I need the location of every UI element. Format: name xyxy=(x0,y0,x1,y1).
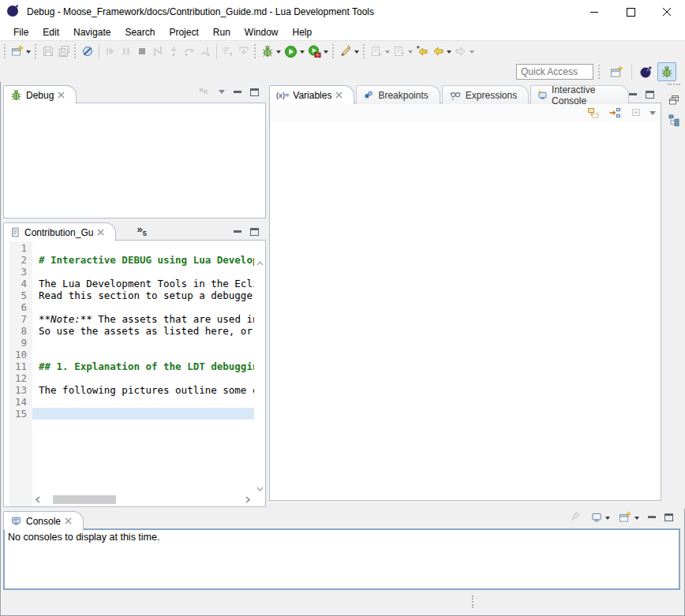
open-perspective-button[interactable] xyxy=(607,62,627,81)
editor-content[interactable]: 12# Interactive DEBUG using Lua Developm… xyxy=(3,240,266,507)
outline-icon xyxy=(668,114,681,127)
tab-breakpoints[interactable]: Breakpoints xyxy=(356,85,440,104)
scroll-left-icon[interactable] xyxy=(32,496,43,503)
toolbar-drag-handle[interactable] xyxy=(35,44,38,58)
tab-console[interactable]: Console xyxy=(3,511,84,530)
tab-close-icon[interactable] xyxy=(65,517,72,525)
editor-line[interactable]: 6 xyxy=(4,301,254,313)
menu-project[interactable]: Project xyxy=(162,25,205,39)
window-maximize-button[interactable] xyxy=(612,0,649,24)
hidden-editors-chevron[interactable]: »5 xyxy=(137,223,146,237)
editor-line[interactable]: 14 xyxy=(4,396,254,408)
editor-line[interactable]: 15 xyxy=(4,408,254,420)
debug-perspective-button[interactable] xyxy=(657,62,676,81)
menu-edit[interactable]: Edit xyxy=(36,25,66,39)
console-view: Console No consoles to disp xyxy=(3,510,680,590)
menu-help[interactable]: Help xyxy=(286,25,320,39)
editor-line[interactable]: 2# Interactive DEBUG using Lua Developme xyxy=(4,254,254,266)
run-button[interactable] xyxy=(283,43,306,61)
toolbar-drag-handle[interactable] xyxy=(74,44,77,58)
editor-line[interactable]: 4The Lua Development Tools in the Eclips xyxy=(4,278,254,289)
menu-file[interactable]: File xyxy=(6,25,36,39)
show-logical-structures-button[interactable] xyxy=(586,105,601,121)
toolbar-drag-handle[interactable] xyxy=(254,44,257,58)
editor-vertical-scrollbar[interactable] xyxy=(254,259,265,493)
scroll-right-icon[interactable] xyxy=(242,496,253,503)
toolbar-drag-handle[interactable] xyxy=(598,65,601,79)
minimize-view-icon[interactable] xyxy=(234,230,241,233)
line-text xyxy=(32,396,254,408)
new-wizard-dropdown-icon[interactable] xyxy=(26,50,31,54)
menu-run[interactable]: Run xyxy=(206,25,238,39)
tab-close-icon[interactable] xyxy=(97,229,104,236)
tab-editor-contribution-guide[interactable]: Contribution_Gu xyxy=(3,222,116,241)
tab-close-icon[interactable] xyxy=(58,91,65,99)
editor-line[interactable]: 13The following pictures outline some of xyxy=(4,384,254,396)
toolbar-drag-handle[interactable] xyxy=(4,44,7,58)
toolbar-drag-handle[interactable] xyxy=(332,44,335,58)
editor-line[interactable]: 12 xyxy=(4,372,254,384)
window-title: Debug - Moose_Framework/docs/Contributio… xyxy=(27,6,374,17)
minimize-view-icon[interactable] xyxy=(629,93,637,96)
lua-perspective-button[interactable] xyxy=(636,62,656,81)
display-selected-console-button[interactable] xyxy=(590,512,610,524)
tab-close-icon[interactable] xyxy=(335,91,342,99)
strip-drag-handle[interactable] xyxy=(668,84,680,87)
debug-view-content[interactable] xyxy=(3,103,266,218)
menu-window[interactable]: Window xyxy=(238,25,286,39)
menu-search[interactable]: Search xyxy=(118,25,162,39)
scroll-down-icon[interactable] xyxy=(256,487,264,491)
toolbar-drag-handle[interactable] xyxy=(363,44,366,58)
window-close-button[interactable] xyxy=(649,0,685,24)
editor-line[interactable]: 5Read this section to setup a debugger f xyxy=(4,289,254,301)
line-number: 8 xyxy=(4,325,32,337)
editor-lines[interactable]: 12# Interactive DEBUG using Lua Developm… xyxy=(4,242,254,494)
tab-debug[interactable]: Debug xyxy=(3,85,77,104)
console-content[interactable]: No consoles to display at this time. xyxy=(3,528,680,590)
editor-line[interactable]: 7**Note:** The assets that are used in xyxy=(4,313,254,325)
maximize-view-icon[interactable] xyxy=(664,513,673,521)
debug-dropdown-icon[interactable] xyxy=(276,50,281,54)
view-menu-icon[interactable] xyxy=(649,111,656,115)
outline-view-button[interactable] xyxy=(665,111,683,129)
editor-line[interactable]: 1 xyxy=(4,242,254,254)
open-console-dropdown-icon[interactable] xyxy=(634,517,639,520)
expand-tree-button[interactable] xyxy=(607,105,623,121)
run-dropdown-icon[interactable] xyxy=(300,50,305,54)
external-tools-button[interactable] xyxy=(338,43,361,61)
editor-line[interactable]: 3 xyxy=(4,266,254,278)
minimize-view-icon[interactable] xyxy=(234,91,241,94)
restore-views-button[interactable] xyxy=(665,91,683,109)
status-bar-drag-handle[interactable] xyxy=(472,595,475,608)
debug-button[interactable] xyxy=(260,43,283,61)
last-edit-location-button[interactable] xyxy=(414,43,430,61)
line-text xyxy=(32,266,254,278)
maximize-view-icon[interactable] xyxy=(646,91,654,99)
window-minimize-button[interactable] xyxy=(576,0,612,24)
scrollbar-thumb[interactable] xyxy=(53,495,116,504)
back-dropdown-icon[interactable] xyxy=(447,50,451,54)
open-console-button[interactable] xyxy=(619,511,639,524)
editor-line[interactable]: 10 xyxy=(4,349,254,360)
view-menu-icon[interactable] xyxy=(219,90,225,94)
minimize-view-icon[interactable] xyxy=(648,516,656,519)
menu-navigate[interactable]: Navigate xyxy=(66,25,118,39)
tab-interactive-console[interactable]: Interactive Console xyxy=(530,85,629,104)
run-last-dropdown-icon[interactable] xyxy=(324,50,328,54)
scroll-up-icon[interactable] xyxy=(256,261,264,266)
new-wizard-button[interactable] xyxy=(9,43,32,61)
display-console-dropdown-icon[interactable] xyxy=(605,517,610,520)
skip-all-breakpoints-button[interactable] xyxy=(80,43,95,61)
editor-horizontal-scrollbar[interactable] xyxy=(32,494,253,506)
editor-line[interactable]: 11## 1. Explanation of the LDT debugging xyxy=(4,360,254,372)
back-button[interactable] xyxy=(430,43,453,61)
maximize-view-icon[interactable] xyxy=(250,88,259,96)
tab-variables[interactable]: (x)= Variables xyxy=(269,85,354,104)
external-tools-dropdown-icon[interactable] xyxy=(354,50,359,54)
maximize-view-icon[interactable] xyxy=(250,228,259,236)
editor-line[interactable]: 8So use the assets as listed here, or y xyxy=(4,325,254,337)
quick-access-input[interactable] xyxy=(516,64,593,80)
tab-expressions[interactable]: Expressions xyxy=(442,85,529,104)
run-last-launch-button[interactable] xyxy=(306,43,330,61)
editor-line[interactable]: 9 xyxy=(4,337,254,349)
